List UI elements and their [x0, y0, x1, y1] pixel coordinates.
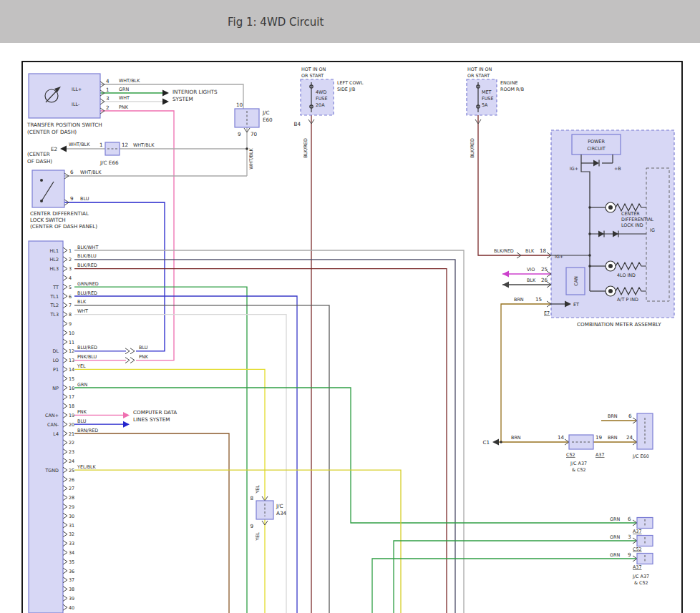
wire-label: BRN: [511, 435, 521, 441]
pin-number: 19: [596, 434, 603, 441]
ecu-pin-number: 15: [69, 376, 74, 382]
indicator-label: A/T P IND: [617, 297, 638, 303]
ecu-pin-label: HL1: [50, 248, 59, 254]
wire-label: YEL: [77, 363, 86, 369]
ecu-pin-number: 35: [69, 559, 74, 565]
power-source-label: OR START: [301, 73, 324, 79]
wire-label: BLU: [139, 345, 148, 350]
ecu-pin-number: 16: [69, 386, 74, 391]
ecu-pin-label: P1: [53, 367, 59, 373]
ecu-pin-number: 23: [69, 449, 74, 455]
ecu-pin-number: 5: [69, 285, 72, 290]
fuse-location: SIDE J/B: [337, 87, 355, 92]
ecu-pin-number: 36: [69, 569, 74, 574]
pin-number: 1: [99, 142, 103, 148]
pin-number: 6: [70, 169, 74, 175]
wire-label: WHT/BLK: [80, 170, 102, 175]
pin-number: 9: [250, 523, 253, 529]
junction-name: & C52: [634, 580, 648, 586]
junction-name: J/C: [276, 503, 283, 509]
ecu-pin-label: CAN+: [45, 413, 59, 418]
wire-label: BLK: [527, 278, 536, 283]
connector-ref: A37: [596, 452, 605, 458]
ecu-pin-number: 2: [69, 257, 72, 263]
wire-label: GRN: [610, 534, 620, 540]
component-location: (CENTER: [27, 151, 50, 157]
pin-number: 6: [628, 516, 631, 522]
ecu-pin-number: 26: [69, 477, 74, 483]
ecu-pin-number: 12: [69, 348, 74, 354]
ecu-pin-number: 31: [69, 523, 74, 529]
ecu-pin-number: 22: [69, 440, 74, 446]
ecu-pin-label: L4: [53, 431, 59, 437]
ecu-pin-number: 40: [69, 605, 74, 611]
ecu-pin-number: 18: [69, 403, 74, 409]
ecu-pin-number: 38: [69, 587, 74, 592]
wire-label-vertical: BLK/RED: [470, 138, 475, 158]
pin-number: 9: [628, 551, 631, 558]
system-label: SYSTEM: [172, 96, 193, 102]
ecu-pin-number: 21: [69, 431, 74, 437]
pin-ref: B4: [293, 121, 301, 127]
power-circuit-label: CIRCUIT: [587, 146, 605, 152]
ecu-pin-number: 25: [69, 468, 74, 474]
connector-ref: E2: [51, 146, 57, 152]
ecu-pin-number: 1: [69, 248, 72, 254]
fuse-name: FUSE: [482, 96, 493, 102]
ecu-pin-label: TL2: [49, 303, 59, 308]
indicator-label: DIFFERENTIAL: [621, 217, 654, 222]
indicator-label: 4LO IND: [617, 273, 636, 278]
ecu-pin-label: LO: [53, 358, 59, 363]
fuse-rating: 5A: [482, 102, 488, 108]
wire-label: WHT: [119, 95, 130, 101]
figure-title: Fig 1: 4WD Circuit: [228, 16, 324, 29]
fuse-name: 4WD: [316, 89, 326, 95]
connector-ref: C1: [482, 439, 490, 446]
ig-plus-label: IG+: [570, 166, 578, 172]
pin-name: IG+: [555, 254, 563, 260]
pin-number: 12: [122, 142, 128, 148]
pin-number: 15: [535, 296, 542, 303]
wire-label: PNK: [119, 104, 129, 110]
pin-number: 10: [236, 102, 243, 108]
ecu-pin-number: 32: [69, 531, 74, 537]
fuse-rating: 20A: [316, 102, 325, 108]
indicator-lamp-icon: [606, 286, 616, 296]
ecu-pin-number: 24: [69, 458, 74, 464]
ecu-pin-number: 13: [69, 358, 74, 363]
ecu-pin-number: 34: [69, 550, 74, 556]
ecu-pin-label: HL3: [50, 266, 59, 272]
ecu-pin-number: 6: [69, 294, 72, 300]
wiring-diagram: Fig 1: 4WD Circuit: [0, 0, 700, 613]
wire-label-vertical: YEL: [255, 485, 261, 494]
system-label: INTERIOR LIGHTS: [172, 89, 218, 95]
indicator-lamp-icon: [606, 202, 616, 212]
connector-ref: C52: [633, 546, 642, 552]
connector-ref: E7: [544, 310, 550, 316]
wire-label: GRN: [77, 382, 87, 388]
ill-minus-label: ILL-: [72, 102, 79, 107]
ecu-pin-number: 28: [69, 495, 74, 501]
junction-box: [637, 536, 653, 546]
pin-number: 25: [541, 266, 548, 273]
ecu-pin-label: TGND: [44, 468, 59, 474]
power-circuit-label: POWER: [588, 139, 605, 144]
wire-label: YEL/BLK: [77, 464, 97, 470]
wire-label-vertical: YEL: [255, 532, 261, 541]
junction-box: [637, 518, 653, 529]
ecu-pin-label: TL1: [49, 294, 59, 300]
wire-label: BLU: [77, 418, 87, 424]
power-source-label: OR START: [467, 73, 490, 79]
ecu-pin-label: DL: [53, 348, 59, 354]
system-label: LINES SYSTEM: [133, 416, 170, 423]
wire-label: PNK: [139, 354, 149, 360]
ecu-pin-label: TT: [52, 285, 59, 290]
fuse-name: MET: [482, 89, 492, 95]
ecu-pin-number: 9: [69, 321, 72, 327]
component-location: OF DASH): [27, 158, 52, 165]
connector-ref: A37: [633, 529, 642, 534]
wire-label: BLK/RED: [77, 263, 97, 268]
wire-label: WHT/BLK: [69, 142, 90, 147]
ecu-pin-number: 10: [69, 330, 74, 336]
wire-label: BLK: [525, 248, 535, 254]
